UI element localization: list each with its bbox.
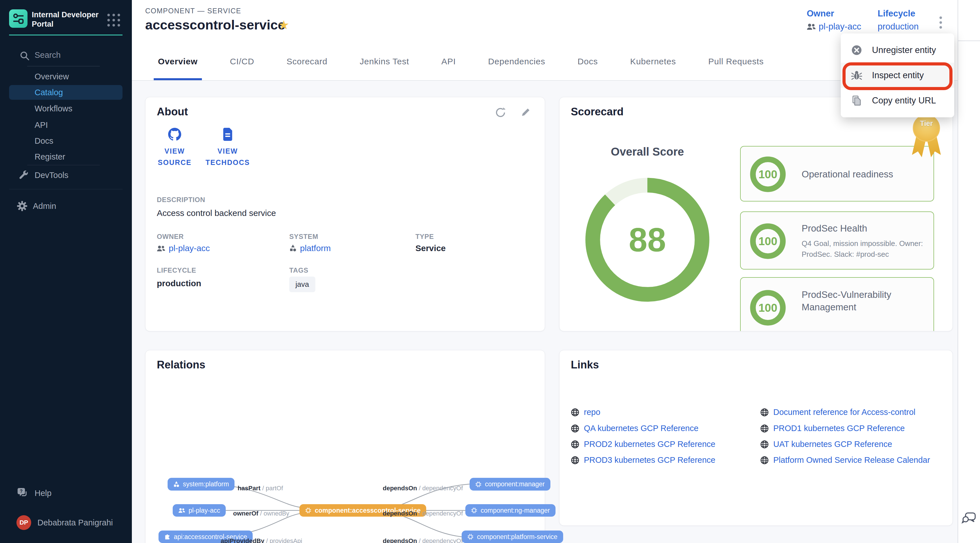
sidebar-divider xyxy=(27,165,100,165)
tab-pull-requests[interactable]: Pull Requests xyxy=(692,43,780,80)
edge-label-dependson: dependsOn / dependencyOf xyxy=(383,537,463,543)
sidebar-item-api[interactable]: API xyxy=(0,117,132,132)
check-score-value: 100 xyxy=(749,156,787,193)
tab-docs[interactable]: Docs xyxy=(562,43,614,80)
link-prod2-kubernetes[interactable]: PROD2 kubernetes GCP Reference xyxy=(571,440,716,449)
link-label: Platform Owned Service Release Calendar xyxy=(773,456,930,465)
sidebar-item-admin[interactable]: Admin xyxy=(0,198,132,213)
check-score-value: 100 xyxy=(749,222,787,260)
globe-icon xyxy=(571,424,579,433)
apps-grid-icon[interactable] xyxy=(106,13,121,28)
overall-score-donut: 88 xyxy=(581,173,714,306)
feedback-chat-button[interactable] xyxy=(962,510,977,526)
relations-card: Relations system:platform pl-play-acc xyxy=(145,350,545,543)
scorecard-check-row[interactable]: 100 Operational readiness xyxy=(740,146,934,202)
more-options-kebab-icon[interactable] xyxy=(935,13,946,32)
menu-item-label: Unregister entity xyxy=(872,45,936,55)
sidebar-search[interactable]: Search xyxy=(0,49,132,62)
help-label: Help xyxy=(35,489,52,498)
tab-cicd[interactable]: CI/CD xyxy=(214,43,270,80)
pencil-icon xyxy=(520,107,531,118)
edge-label-apiprovidedby: apiProvidedBy / providesApi xyxy=(221,537,302,543)
edge-label-haspart: hasPart / partOf xyxy=(238,484,283,492)
check-score-ring: 100 xyxy=(749,222,787,260)
tab-api[interactable]: API xyxy=(425,43,472,80)
globe-icon xyxy=(760,424,769,433)
edit-button[interactable] xyxy=(518,105,533,120)
globe-icon xyxy=(571,440,579,449)
page-title: accesscontrol-service xyxy=(145,17,285,33)
rail-divider xyxy=(958,41,980,41)
link-prod3-kubernetes[interactable]: PROD3 kubernetes GCP Reference xyxy=(571,456,716,465)
sidebar-item-overview[interactable]: Overview xyxy=(0,69,132,84)
component-chip-icon xyxy=(475,481,482,487)
relation-node-system-platform[interactable]: system:platform xyxy=(168,478,234,491)
node-label: pl-play-acc xyxy=(189,507,220,514)
globe-icon xyxy=(760,456,769,465)
header-lifecycle-field: Lifecycle production xyxy=(878,8,919,32)
check-title: ProdSec-Vulnerability Management xyxy=(802,289,926,313)
about-system-link[interactable]: platform xyxy=(289,243,331,253)
owner-field-label: OWNER xyxy=(157,233,184,241)
scorecard-check-row[interactable]: 100 ProdSec Health Q4 Goal, mission impo… xyxy=(740,211,934,270)
help-chat-icon: ? xyxy=(16,487,29,499)
lifecycle-label: Lifecycle xyxy=(878,8,919,19)
entity-tabbar: Overview CI/CD Scorecard Jenkins Test AP… xyxy=(142,43,780,80)
link-release-calendar[interactable]: Platform Owned Service Release Calendar xyxy=(760,456,930,465)
avatar: DP xyxy=(16,515,31,530)
component-chip-icon xyxy=(305,507,311,513)
tab-overview[interactable]: Overview xyxy=(142,43,214,80)
about-owner-link[interactable]: pl-play-acc xyxy=(157,243,210,253)
sidebar-user[interactable]: DP Debabrata Panigrahi xyxy=(16,515,113,530)
menu-item-unregister-entity[interactable]: Unregister entity xyxy=(841,37,954,63)
view-techdocs-label: VIEW TECHDOCS xyxy=(204,145,252,168)
link-repo[interactable]: repo xyxy=(571,408,600,417)
edge-label-dependson: dependsOn / dependencyOf xyxy=(383,484,463,492)
tab-jenkins-test[interactable]: Jenkins Test xyxy=(344,43,425,80)
sidebar-item-devtools[interactable]: DevTools xyxy=(0,168,132,183)
refresh-button[interactable] xyxy=(493,105,508,120)
globe-icon xyxy=(760,440,769,449)
app-logo[interactable] xyxy=(9,10,27,28)
star-icon[interactable]: ★ xyxy=(278,17,289,32)
link-uat-kubernetes[interactable]: UAT kubernetes GCP Reference xyxy=(760,440,892,449)
tier-badge-label: Tier xyxy=(920,119,933,127)
sidebar-item-catalog[interactable]: Catalog xyxy=(9,85,123,100)
right-rail xyxy=(958,0,980,543)
sidebar-item-help[interactable]: ? Help xyxy=(16,487,52,499)
menu-item-copy-entity-url[interactable]: Copy entity URL xyxy=(841,88,954,113)
owner-link[interactable]: pl-play-acc xyxy=(807,22,861,32)
about-system-value: platform xyxy=(300,243,331,253)
edge-label-ownerof: ownerOf / ownedBy xyxy=(233,510,289,517)
check-score-ring: 100 xyxy=(749,156,787,193)
relation-node-component-platform-service[interactable]: component:platform-service xyxy=(461,530,563,543)
relation-node-component-manager[interactable]: component:manager xyxy=(469,478,550,491)
tab-kubernetes[interactable]: Kubernetes xyxy=(614,43,692,80)
link-label: PROD3 kubernetes GCP Reference xyxy=(584,456,716,465)
menu-item-inspect-entity[interactable]: Inspect entity xyxy=(841,63,954,88)
about-lifecycle-value: production xyxy=(157,279,201,288)
relation-node-component-ng-manager[interactable]: component:ng-manager xyxy=(465,504,555,517)
scorecard-card: Scorecard Overall Score 88 100 Operation… xyxy=(559,97,953,331)
sidebar-item-register[interactable]: Register xyxy=(0,149,132,164)
link-prod1-kubernetes[interactable]: PROD1 kubernetes GCP Reference xyxy=(760,424,905,433)
relation-node-pl-play-acc[interactable]: pl-play-acc xyxy=(173,504,226,517)
sidebar-item-docs[interactable]: Docs xyxy=(0,133,132,148)
scorecard-title: Scorecard xyxy=(571,106,624,118)
tab-dependencies[interactable]: Dependencies xyxy=(472,43,561,80)
about-title: About xyxy=(157,106,188,118)
wrench-icon xyxy=(18,170,29,181)
link-label: repo xyxy=(584,408,600,417)
link-qa-kubernetes[interactable]: QA kubernetes GCP Reference xyxy=(571,424,698,433)
check-score-value: 100 xyxy=(749,289,787,327)
link-label: Document reference for Access-control xyxy=(773,408,915,417)
link-doc-reference[interactable]: Document reference for Access-control xyxy=(760,408,915,417)
scorecard-check-row[interactable]: 100 ProdSec-Vulnerability Management xyxy=(740,277,934,331)
sidebar: Internal Developer Portal Search Overvie… xyxy=(0,0,132,543)
sidebar-item-workflows[interactable]: Workflows xyxy=(0,101,132,116)
view-source-link[interactable]: VIEW SOURCE xyxy=(151,128,199,168)
sidebar-item-label: API xyxy=(35,121,48,130)
tab-scorecard[interactable]: Scorecard xyxy=(270,43,344,80)
view-techdocs-link[interactable]: VIEW TECHDOCS xyxy=(204,128,252,168)
system-field-label: SYSTEM xyxy=(289,233,318,241)
